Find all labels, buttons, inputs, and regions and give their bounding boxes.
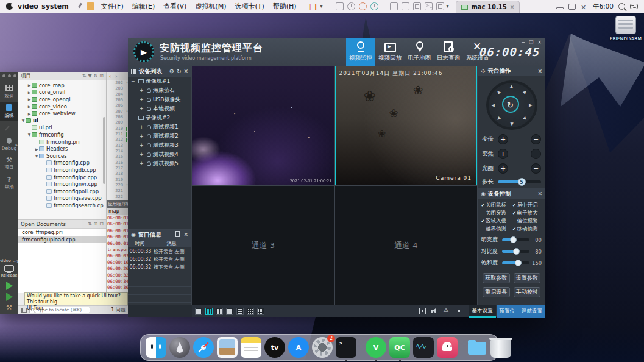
sort-icon[interactable]: ⇅ [88,221,92,227]
option-checkbox[interactable]: ✔ 居中开启 [512,202,543,209]
device-tree-item[interactable]: − 录像机#1 [128,77,191,86]
layout-13-icon[interactable] [247,308,254,315]
plus-button[interactable]: + [498,149,508,159]
ptz-center-refresh-icon[interactable]: ↻ [502,96,519,113]
app-maximize-icon[interactable]: ❐ [529,40,533,45]
project-tree-item[interactable]: frmconfig.pri [18,138,106,146]
image-slider[interactable] [502,238,529,241]
project-tree-item[interactable]: ui.pri [18,124,106,132]
project-tree-item[interactable]: frmconfigsave.cpp [18,195,106,202]
window-bottom-icon[interactable] [402,2,409,10]
desktop-disk-friendlyarm[interactable]: FRIENDLYARM [609,16,642,41]
spotlight-search-icon[interactable] [618,3,625,10]
settings-tab[interactable]: 预置位 [497,305,518,318]
qt-mode-button[interactable] [0,121,18,135]
devices-icon[interactable] [336,2,344,10]
ptz-downleft-icon[interactable]: ▲ [494,114,503,122]
sort-icon[interactable]: ⇅ [82,73,87,79]
option-checkbox[interactable]: ✔ 移动侦测 [512,225,543,233]
video-channel-3[interactable]: 通道 3 [192,186,334,305]
fullscreen-icon[interactable] [436,2,444,10]
snapshot-take-icon[interactable] [370,2,378,10]
expand-arrow-icon[interactable]: ▼ [34,154,39,158]
option-checkbox[interactable]: ✔ 关闭鼠标 [480,202,512,209]
split-icon[interactable]: ⊞ [99,73,104,79]
expander-icon[interactable]: − [131,115,136,121]
window-layout-icon[interactable] [390,2,398,10]
device-control-close-icon[interactable]: ✕ [537,191,542,197]
expander-icon[interactable]: + [140,143,145,148]
run-button[interactable] [6,282,13,290]
pin-icon[interactable] [77,2,83,10]
open-document-item[interactable]: frmconfigupload.cpp [18,236,106,243]
project-tree-item[interactable]: ▶ core_map [18,82,106,89]
project-tree-item[interactable]: frmconfigsystem.cp [18,209,106,210]
layout-9-icon[interactable] [236,308,244,315]
alarm-icon[interactable] [444,308,450,314]
activity-monitor[interactable] [413,337,434,358]
project-tree-item[interactable]: ▶ core_opengl [18,96,106,103]
option-checkbox[interactable]: ✔ 区域入侵 [480,218,512,225]
project-tree-item[interactable]: ▶ core_webview [18,110,106,117]
project-tree-item[interactable]: frmconfigsearch.cp [18,202,106,209]
device-tree-item[interactable]: + 测试视频5 [128,159,191,168]
device-close-icon[interactable]: ✕ [183,68,188,74]
expander-icon[interactable]: + [140,152,145,157]
layout-16-icon[interactable] [257,308,264,315]
control-button[interactable]: 设置参数 [514,273,541,283]
video-channel-2-selected[interactable]: 2021年03月14日 星期日 21:00:46 ❀ ❀ ❀ ❀ Camera … [335,66,478,185]
qt-kit-selector[interactable]: video_...ystem Release ⚒ [0,258,18,314]
option-checkbox[interactable]: ✔ 偏位报警 [512,218,543,225]
qt-mode-button[interactable]: 帮助 [0,173,18,193]
nav-tab[interactable]: 日志查询 [434,38,463,66]
minimize-icon[interactable] [556,7,564,9]
expander-icon[interactable]: − [131,79,136,84]
video-channel-1[interactable]: 2021 02-11 21:00:21 [192,66,334,185]
restore-icon[interactable] [568,4,576,10]
system-preferences[interactable]: 2 [312,337,333,358]
vm-tab-close-icon[interactable]: ✕ [510,4,515,10]
expand-arrow-icon[interactable]: ▼ [21,118,26,122]
apple-tv[interactable]: tv [264,337,285,358]
pause-dropdown-icon[interactable]: ▾ [320,4,322,9]
project-tree-item[interactable]: ▼ ui [18,117,106,124]
nav-tab[interactable]: 视频回放 [375,38,405,66]
window-traffic-lights[interactable] [2,74,16,77]
app-close-icon[interactable]: ✕ [537,40,542,45]
back-icon[interactable]: ‹ [109,73,111,79]
minus-button[interactable]: − [531,163,541,174]
active-app-name[interactable]: video_system [18,2,69,10]
output-map-row[interactable]: map [107,208,128,215]
project-tree-item[interactable]: ▼ Sources [18,152,106,160]
menu-item[interactable]: 帮助(H) [273,2,297,11]
window-info-close-icon[interactable]: ✕ [183,232,188,238]
open-document-item[interactable]: core_ffmpeg.pri [18,229,106,236]
log-row[interactable]: 06:00:32 按下云台 左侧 [128,263,191,271]
project-tree-item[interactable]: frmconfigipc.cpp [18,174,106,181]
control-button[interactable]: 重启设备 [483,287,510,297]
menu-item[interactable]: 文件(F) [101,2,124,11]
device-tree-item[interactable]: + 本地视频 [128,104,191,113]
build-button[interactable]: ⚒ [0,303,18,311]
apple-menu-icon[interactable] [6,3,13,10]
project-tree-item[interactable]: ▶ Headers [18,145,106,152]
ghost-app[interactable] [437,337,458,358]
ptz-downright-icon[interactable]: ▲ [520,114,529,122]
slider-knob[interactable] [513,248,520,255]
device-refresh-icon[interactable]: ↻ [177,68,182,74]
divider[interactable] [361,336,361,359]
log-row[interactable]: 06:00:33 松开云台 左侧 [128,247,191,255]
ptz-upleft-icon[interactable]: ▲ [494,88,503,96]
ptz-right-icon[interactable]: ▲ [528,102,534,108]
control-button[interactable]: 获取参数 [483,273,510,283]
vm-pause-icon[interactable]: ❙❙ [308,3,319,10]
nav-tab[interactable]: 视频监控 [346,38,375,66]
step-slider[interactable]: 5 [498,180,541,183]
qt-mode-button[interactable]: 欢迎 [0,82,18,102]
device-tree-item[interactable]: + 海康萤石 [128,86,191,95]
volume-icon[interactable] [431,308,438,314]
divider[interactable] [462,336,462,359]
ptz-close-icon[interactable]: ✕ [537,68,542,74]
photos[interactable] [217,337,238,358]
clear-log-icon[interactable] [175,232,180,237]
